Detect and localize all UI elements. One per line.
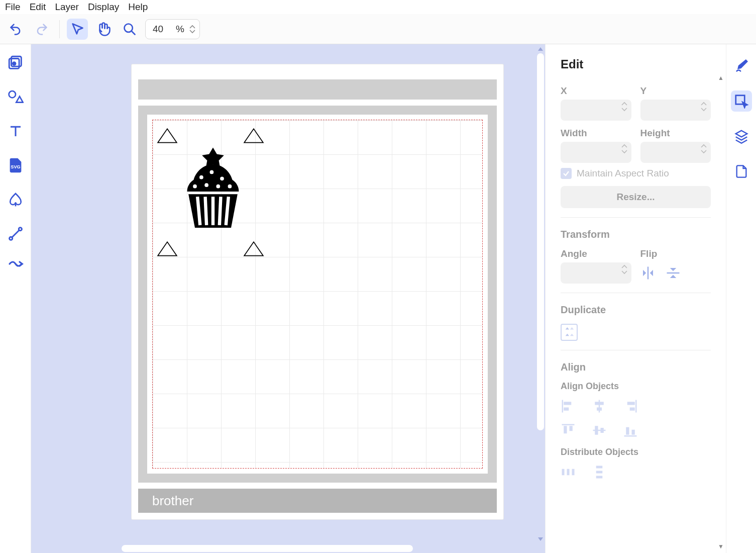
- scroll-down-arrow-icon[interactable]: [536, 535, 545, 544]
- chevron-up-icon: [621, 264, 627, 268]
- menu-layer[interactable]: Layer: [55, 2, 79, 13]
- cut-canvas[interactable]: { }: [152, 120, 483, 469]
- undo-button[interactable]: [5, 19, 26, 40]
- shapes-button[interactable]: [6, 87, 25, 107]
- cupcake-object[interactable]: { }: [180, 146, 246, 237]
- svg-point-15: [220, 176, 224, 180]
- flip-vertical-icon[interactable]: [666, 265, 681, 281]
- svg-rect-46: [596, 466, 603, 469]
- height-input[interactable]: [640, 142, 711, 163]
- duplicate-button[interactable]: [561, 324, 578, 341]
- fill-tab[interactable]: [731, 55, 752, 76]
- brand-label: brother: [152, 493, 193, 509]
- chevron-down-icon: [189, 30, 195, 34]
- svg-point-16: [193, 185, 197, 189]
- trace-button[interactable]: [6, 190, 25, 209]
- y-input[interactable]: [640, 100, 711, 121]
- angle-input[interactable]: [561, 262, 631, 284]
- flip-horizontal-icon[interactable]: [640, 265, 656, 281]
- width-input[interactable]: [561, 142, 631, 163]
- svg-rect-43: [562, 469, 565, 476]
- left-toolbar: SVG: [0, 44, 31, 553]
- align-bottom-icon[interactable]: [623, 423, 638, 438]
- svg-rect-33: [630, 408, 635, 411]
- import-svg-button[interactable]: SVG: [6, 156, 25, 175]
- zoom-value: 40: [153, 24, 171, 35]
- text-button[interactable]: [6, 122, 25, 141]
- menu-edit[interactable]: Edit: [30, 2, 46, 13]
- mat-header: [138, 79, 497, 100]
- redo-button[interactable]: [31, 19, 52, 40]
- svg-line-21: [205, 197, 207, 225]
- canvas-area[interactable]: { } brother: [31, 44, 545, 553]
- edit-tab[interactable]: [731, 90, 752, 112]
- pan-tool-button[interactable]: [93, 19, 114, 40]
- top-toolbar: 40 %: [0, 14, 756, 44]
- page: { } brother: [132, 64, 503, 519]
- width-label: Width: [561, 128, 631, 139]
- svg-line-23: [220, 197, 221, 225]
- shapes-icon: [8, 89, 24, 105]
- select-tool-button[interactable]: [67, 19, 88, 40]
- menu-file[interactable]: File: [5, 2, 21, 13]
- panel-scroll-up-icon[interactable]: ▲: [718, 74, 724, 81]
- align-left-icon[interactable]: [561, 399, 576, 414]
- svg-point-13: [199, 175, 203, 179]
- vertical-scroll-thumb[interactable]: [537, 53, 544, 430]
- chevron-up-icon: [621, 144, 627, 148]
- triangle-object[interactable]: [243, 128, 264, 144]
- zoom-input[interactable]: 40 %: [145, 19, 200, 39]
- horizontal-scroll-thumb[interactable]: [122, 545, 413, 552]
- page-tab[interactable]: [731, 161, 752, 182]
- triangle-object[interactable]: [243, 241, 264, 257]
- chevron-down-icon: [621, 270, 627, 274]
- svg-rect-35: [564, 426, 567, 433]
- chevron-down-icon: [701, 108, 707, 112]
- svg-point-18: [216, 185, 220, 189]
- horizontal-scrollbar[interactable]: [31, 544, 536, 553]
- distribute-v-icon[interactable]: [592, 465, 607, 480]
- x-input[interactable]: [561, 100, 631, 121]
- svg-point-5: [9, 91, 15, 98]
- align-center-v-icon[interactable]: [592, 423, 607, 438]
- chevron-down-icon: [621, 108, 627, 112]
- vertical-scrollbar[interactable]: [536, 44, 545, 544]
- triangle-object[interactable]: [157, 128, 178, 144]
- svg-rect-27: [564, 408, 569, 411]
- zoom-spinner[interactable]: [189, 25, 195, 34]
- right-tab-strip: [726, 44, 756, 553]
- svg-rect-32: [627, 402, 635, 405]
- menu-help[interactable]: Help: [128, 2, 148, 13]
- undo-icon: [9, 22, 23, 36]
- line-button[interactable]: [6, 224, 25, 243]
- svg-line-12: [12, 230, 19, 238]
- align-section-title: Align: [561, 361, 711, 373]
- chevron-up-icon: [189, 25, 195, 29]
- align-top-icon[interactable]: [561, 423, 576, 438]
- paint-icon: [734, 58, 749, 73]
- hand-icon: [96, 22, 111, 37]
- resize-button[interactable]: Resize...: [561, 186, 711, 208]
- menu-display[interactable]: Display: [88, 2, 119, 13]
- align-center-h-icon[interactable]: [592, 399, 607, 414]
- library-icon: [7, 54, 24, 71]
- layers-icon: [734, 129, 749, 144]
- triangle-object[interactable]: [157, 241, 178, 257]
- x-label: X: [561, 85, 631, 97]
- draw-button[interactable]: [6, 258, 25, 278]
- flip-label: Flip: [640, 248, 711, 259]
- panel-scroll-down-icon[interactable]: ▼: [718, 543, 724, 550]
- aspect-ratio-label: Maintain Aspect Ratio: [577, 168, 669, 179]
- inspector-title: Edit: [561, 57, 711, 71]
- zoom-tool-button[interactable]: [119, 19, 140, 40]
- layers-tab[interactable]: [731, 126, 752, 147]
- distribute-h-icon[interactable]: [561, 465, 576, 480]
- align-right-icon[interactable]: [623, 399, 638, 414]
- height-label: Height: [640, 128, 711, 139]
- transform-section-title: Transform: [561, 229, 711, 240]
- library-button[interactable]: [6, 53, 25, 72]
- scroll-up-arrow-icon[interactable]: [536, 44, 545, 53]
- svg-file-icon: SVG: [7, 157, 24, 174]
- aspect-ratio-checkbox[interactable]: [561, 168, 572, 179]
- redo-icon: [35, 22, 49, 36]
